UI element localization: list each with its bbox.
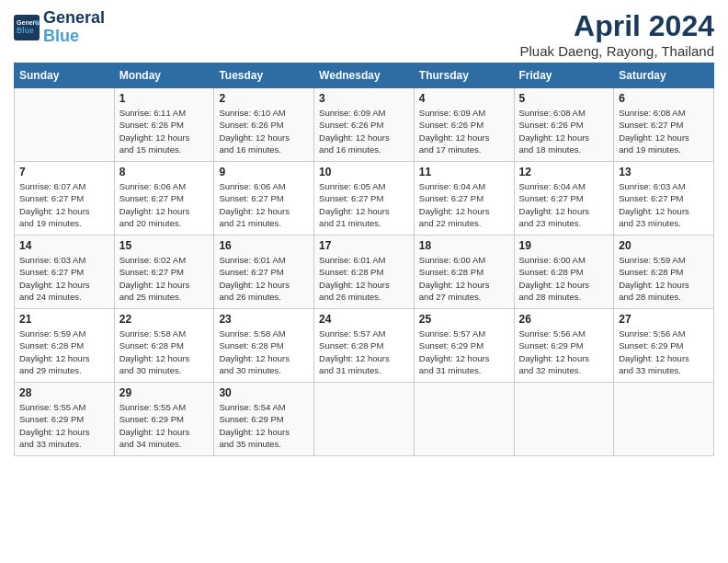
col-friday: Friday (514, 63, 614, 88)
day-number: 21 (19, 313, 109, 326)
day-info: Sunrise: 6:06 AM Sunset: 6:27 PM Dayligh… (119, 180, 210, 229)
calendar-cell: 1Sunrise: 6:11 AM Sunset: 6:26 PM Daylig… (114, 88, 214, 162)
calendar-cell: 16Sunrise: 6:01 AM Sunset: 6:27 PM Dayli… (214, 236, 314, 309)
day-info: Sunrise: 6:03 AM Sunset: 6:27 PM Dayligh… (19, 254, 109, 303)
day-info: Sunrise: 6:01 AM Sunset: 6:28 PM Dayligh… (319, 254, 409, 303)
day-number: 5 (519, 92, 609, 105)
calendar-cell: 7Sunrise: 6:07 AM Sunset: 6:27 PM Daylig… (15, 162, 115, 236)
day-number: 9 (219, 166, 309, 178)
location-title: Pluak Daeng, Rayong, Thailand (519, 43, 714, 59)
day-number: 25 (419, 313, 509, 326)
day-number: 8 (119, 166, 210, 178)
col-tuesday: Tuesday (214, 63, 314, 88)
day-info: Sunrise: 5:54 AM Sunset: 6:29 PM Dayligh… (219, 401, 309, 450)
day-info: Sunrise: 5:56 AM Sunset: 6:29 PM Dayligh… (619, 327, 709, 376)
day-number: 15 (119, 239, 210, 252)
day-info: Sunrise: 6:06 AM Sunset: 6:27 PM Dayligh… (219, 180, 309, 229)
day-info: Sunrise: 5:59 AM Sunset: 6:28 PM Dayligh… (619, 254, 709, 303)
col-monday: Monday (114, 63, 214, 88)
col-saturday: Saturday (614, 63, 714, 88)
calendar-cell: 8Sunrise: 6:06 AM Sunset: 6:27 PM Daylig… (114, 162, 214, 236)
day-number: 13 (619, 166, 709, 178)
calendar-cell: 3Sunrise: 6:09 AM Sunset: 6:26 PM Daylig… (314, 88, 415, 162)
day-number: 7 (19, 166, 109, 178)
month-title: April 2024 (519, 9, 714, 43)
calendar-cell (514, 383, 614, 456)
calendar-cell: 27Sunrise: 5:56 AM Sunset: 6:29 PM Dayli… (614, 309, 714, 383)
day-info: Sunrise: 6:10 AM Sunset: 6:26 PM Dayligh… (219, 107, 309, 155)
calendar-cell: 5Sunrise: 6:08 AM Sunset: 6:26 PM Daylig… (514, 88, 614, 162)
calendar-cell: 9Sunrise: 6:06 AM Sunset: 6:27 PM Daylig… (214, 162, 314, 236)
calendar-week-row: 14Sunrise: 6:03 AM Sunset: 6:27 PM Dayli… (15, 236, 714, 309)
day-number: 1 (119, 92, 210, 105)
day-number: 29 (119, 386, 210, 399)
calendar-week-row: 21Sunrise: 5:59 AM Sunset: 6:28 PM Dayli… (15, 309, 714, 383)
col-wednesday: Wednesday (314, 63, 415, 88)
main-container: General Blue General Blue April 2024 Plu… (0, 0, 728, 465)
title-block: April 2024 Pluak Daeng, Rayong, Thailand (519, 9, 714, 59)
day-info: Sunrise: 6:09 AM Sunset: 6:26 PM Dayligh… (419, 107, 509, 155)
calendar-cell: 12Sunrise: 6:04 AM Sunset: 6:27 PM Dayli… (514, 162, 614, 236)
day-info: Sunrise: 5:55 AM Sunset: 6:29 PM Dayligh… (19, 401, 109, 450)
calendar-cell: 21Sunrise: 5:59 AM Sunset: 6:28 PM Dayli… (15, 309, 115, 383)
calendar-cell: 28Sunrise: 5:55 AM Sunset: 6:29 PM Dayli… (15, 383, 115, 456)
day-number: 24 (319, 313, 409, 326)
day-number: 20 (619, 239, 709, 252)
day-number: 3 (319, 92, 409, 105)
day-info: Sunrise: 6:00 AM Sunset: 6:28 PM Dayligh… (519, 254, 609, 303)
day-number: 12 (519, 166, 609, 178)
day-number: 18 (419, 239, 509, 252)
calendar-cell (614, 383, 714, 456)
day-info: Sunrise: 6:04 AM Sunset: 6:27 PM Dayligh… (519, 180, 609, 229)
day-info: Sunrise: 6:04 AM Sunset: 6:27 PM Dayligh… (419, 180, 509, 229)
day-info: Sunrise: 5:57 AM Sunset: 6:29 PM Dayligh… (419, 327, 509, 376)
day-info: Sunrise: 6:02 AM Sunset: 6:27 PM Dayligh… (119, 254, 210, 303)
logo-icon: General Blue (14, 15, 40, 40)
day-number: 26 (519, 313, 609, 326)
calendar-cell: 19Sunrise: 6:00 AM Sunset: 6:28 PM Dayli… (514, 236, 614, 309)
calendar-cell (414, 383, 514, 456)
calendar-cell: 2Sunrise: 6:10 AM Sunset: 6:26 PM Daylig… (214, 88, 314, 162)
day-number: 2 (219, 92, 309, 105)
day-number: 14 (19, 239, 109, 252)
calendar-cell: 29Sunrise: 5:55 AM Sunset: 6:29 PM Dayli… (114, 383, 214, 456)
day-number: 16 (219, 239, 309, 252)
day-number: 6 (619, 92, 709, 105)
day-info: Sunrise: 6:03 AM Sunset: 6:27 PM Dayligh… (619, 180, 709, 229)
day-info: Sunrise: 5:55 AM Sunset: 6:29 PM Dayligh… (119, 401, 210, 450)
calendar-cell: 26Sunrise: 5:56 AM Sunset: 6:29 PM Dayli… (514, 309, 614, 383)
logo: General Blue General Blue (14, 9, 105, 46)
calendar-cell: 10Sunrise: 6:05 AM Sunset: 6:27 PM Dayli… (314, 162, 415, 236)
calendar-cell: 15Sunrise: 6:02 AM Sunset: 6:27 PM Dayli… (114, 236, 214, 309)
day-info: Sunrise: 5:58 AM Sunset: 6:28 PM Dayligh… (119, 327, 210, 376)
day-info: Sunrise: 6:11 AM Sunset: 6:26 PM Dayligh… (119, 107, 210, 155)
day-info: Sunrise: 6:00 AM Sunset: 6:28 PM Dayligh… (419, 254, 509, 303)
calendar-cell: 4Sunrise: 6:09 AM Sunset: 6:26 PM Daylig… (414, 88, 514, 162)
calendar-cell: 11Sunrise: 6:04 AM Sunset: 6:27 PM Dayli… (414, 162, 514, 236)
col-thursday: Thursday (414, 63, 514, 88)
day-number: 23 (219, 313, 309, 326)
calendar-week-row: 7Sunrise: 6:07 AM Sunset: 6:27 PM Daylig… (15, 162, 714, 236)
calendar-cell (314, 383, 415, 456)
calendar-cell: 23Sunrise: 5:58 AM Sunset: 6:28 PM Dayli… (214, 309, 314, 383)
calendar-cell: 13Sunrise: 6:03 AM Sunset: 6:27 PM Dayli… (614, 162, 714, 236)
calendar-table: Sunday Monday Tuesday Wednesday Thursday… (14, 63, 714, 456)
day-info: Sunrise: 6:05 AM Sunset: 6:27 PM Dayligh… (319, 180, 409, 229)
logo-text: General Blue (43, 9, 105, 46)
day-info: Sunrise: 6:07 AM Sunset: 6:27 PM Dayligh… (19, 180, 109, 229)
day-number: 11 (419, 166, 509, 178)
day-info: Sunrise: 6:01 AM Sunset: 6:27 PM Dayligh… (219, 254, 309, 303)
calendar-cell (15, 88, 115, 162)
day-number: 28 (19, 386, 109, 399)
calendar-cell: 20Sunrise: 5:59 AM Sunset: 6:28 PM Dayli… (614, 236, 714, 309)
day-info: Sunrise: 5:58 AM Sunset: 6:28 PM Dayligh… (219, 327, 309, 376)
calendar-cell: 30Sunrise: 5:54 AM Sunset: 6:29 PM Dayli… (214, 383, 314, 456)
day-info: Sunrise: 5:59 AM Sunset: 6:28 PM Dayligh… (19, 327, 109, 376)
svg-text:Blue: Blue (17, 26, 34, 35)
day-info: Sunrise: 6:09 AM Sunset: 6:26 PM Dayligh… (319, 107, 409, 155)
calendar-header-row: Sunday Monday Tuesday Wednesday Thursday… (15, 63, 714, 88)
calendar-cell: 18Sunrise: 6:00 AM Sunset: 6:28 PM Dayli… (414, 236, 514, 309)
day-number: 10 (319, 166, 409, 178)
day-info: Sunrise: 6:08 AM Sunset: 6:26 PM Dayligh… (519, 107, 609, 155)
calendar-week-row: 1Sunrise: 6:11 AM Sunset: 6:26 PM Daylig… (15, 88, 714, 162)
